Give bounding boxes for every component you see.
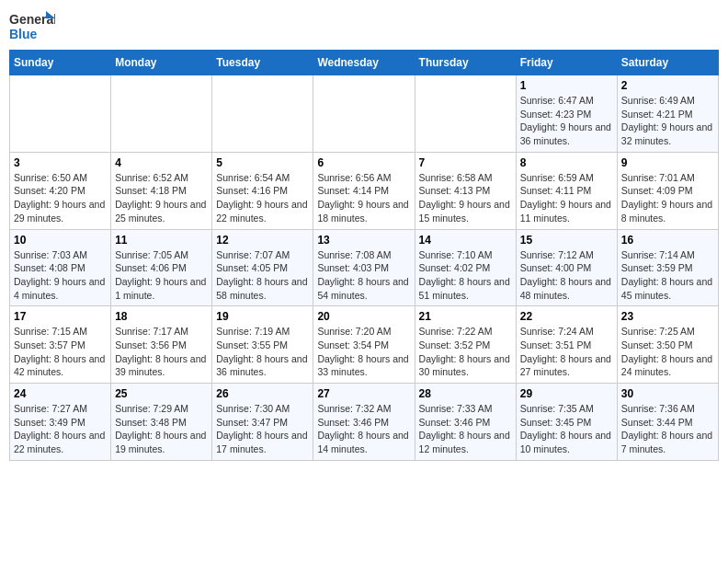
day-cell: 8Sunrise: 6:59 AM Sunset: 4:11 PM Daylig… [516, 152, 617, 229]
day-number: 14 [419, 234, 512, 247]
day-cell: 2Sunrise: 6:49 AM Sunset: 4:21 PM Daylig… [617, 75, 718, 153]
day-number: 13 [317, 234, 410, 247]
day-number: 6 [317, 156, 410, 169]
day-number: 11 [115, 234, 208, 247]
day-number: 18 [115, 310, 208, 323]
day-info: Sunrise: 7:17 AM Sunset: 3:56 PM Dayligh… [115, 325, 208, 379]
week-row-1: 3Sunrise: 6:50 AM Sunset: 4:20 PM Daylig… [10, 152, 719, 229]
day-info: Sunrise: 7:35 AM Sunset: 3:45 PM Dayligh… [520, 402, 613, 456]
day-cell: 14Sunrise: 7:10 AM Sunset: 4:02 PM Dayli… [415, 229, 516, 306]
day-cell [10, 75, 111, 153]
calendar-header-row: SundayMondayTuesdayWednesdayThursdayFrid… [10, 51, 719, 75]
day-number: 15 [520, 234, 613, 247]
day-number: 1 [520, 79, 613, 92]
day-cell [212, 75, 313, 153]
day-info: Sunrise: 7:10 AM Sunset: 4:02 PM Dayligh… [419, 248, 512, 303]
day-number: 2 [621, 79, 714, 92]
day-number: 22 [520, 310, 613, 323]
day-cell: 25Sunrise: 7:29 AM Sunset: 3:48 PM Dayli… [111, 384, 212, 461]
calendar: SundayMondayTuesdayWednesdayThursdayFrid… [9, 50, 719, 461]
day-number: 20 [317, 310, 410, 323]
day-cell: 27Sunrise: 7:32 AM Sunset: 3:46 PM Dayli… [313, 384, 415, 461]
day-cell: 9Sunrise: 7:01 AM Sunset: 4:09 PM Daylig… [617, 152, 718, 229]
day-info: Sunrise: 6:59 AM Sunset: 4:11 PM Dayligh… [520, 171, 613, 225]
header-tuesday: Tuesday [212, 51, 313, 75]
day-cell: 24Sunrise: 7:27 AM Sunset: 3:49 PM Dayli… [10, 384, 111, 461]
day-cell: 22Sunrise: 7:24 AM Sunset: 3:51 PM Dayli… [516, 306, 617, 384]
day-info: Sunrise: 7:19 AM Sunset: 3:55 PM Dayligh… [216, 325, 309, 379]
header-sunday: Sunday [10, 51, 111, 75]
day-info: Sunrise: 6:54 AM Sunset: 4:16 PM Dayligh… [216, 171, 309, 225]
day-info: Sunrise: 7:20 AM Sunset: 3:54 PM Dayligh… [317, 325, 410, 379]
day-info: Sunrise: 7:08 AM Sunset: 4:03 PM Dayligh… [317, 248, 410, 303]
day-cell: 21Sunrise: 7:22 AM Sunset: 3:52 PM Dayli… [415, 306, 516, 384]
day-number: 10 [14, 234, 107, 247]
day-cell: 20Sunrise: 7:20 AM Sunset: 3:54 PM Dayli… [313, 306, 415, 384]
day-info: Sunrise: 7:03 AM Sunset: 4:08 PM Dayligh… [14, 248, 107, 303]
day-info: Sunrise: 7:27 AM Sunset: 3:49 PM Dayligh… [14, 402, 107, 456]
day-number: 8 [520, 156, 613, 169]
day-info: Sunrise: 7:24 AM Sunset: 3:51 PM Dayligh… [520, 325, 613, 379]
week-row-0: 1Sunrise: 6:47 AM Sunset: 4:23 PM Daylig… [10, 75, 719, 153]
day-info: Sunrise: 7:25 AM Sunset: 3:50 PM Dayligh… [621, 325, 714, 379]
day-cell: 4Sunrise: 6:52 AM Sunset: 4:18 PM Daylig… [111, 152, 212, 229]
day-cell: 15Sunrise: 7:12 AM Sunset: 4:00 PM Dayli… [516, 229, 617, 306]
logo-svg: GeneralBlue [9, 9, 55, 42]
day-info: Sunrise: 7:36 AM Sunset: 3:44 PM Dayligh… [621, 402, 714, 456]
day-number: 12 [216, 234, 309, 247]
day-number: 23 [621, 310, 714, 323]
day-info: Sunrise: 7:32 AM Sunset: 3:46 PM Dayligh… [317, 402, 410, 456]
day-number: 25 [115, 387, 208, 400]
day-cell: 30Sunrise: 7:36 AM Sunset: 3:44 PM Dayli… [617, 384, 718, 461]
day-info: Sunrise: 7:15 AM Sunset: 3:57 PM Dayligh… [14, 325, 107, 379]
day-cell: 12Sunrise: 7:07 AM Sunset: 4:05 PM Dayli… [212, 229, 313, 306]
day-cell: 17Sunrise: 7:15 AM Sunset: 3:57 PM Dayli… [10, 306, 111, 384]
day-info: Sunrise: 7:07 AM Sunset: 4:05 PM Dayligh… [216, 248, 309, 303]
day-number: 24 [14, 387, 107, 400]
day-number: 4 [115, 156, 208, 169]
day-info: Sunrise: 6:56 AM Sunset: 4:14 PM Dayligh… [317, 171, 410, 225]
header-monday: Monday [111, 51, 212, 75]
week-row-4: 24Sunrise: 7:27 AM Sunset: 3:49 PM Dayli… [10, 384, 719, 461]
header: GeneralBlue [9, 9, 719, 42]
day-cell: 6Sunrise: 6:56 AM Sunset: 4:14 PM Daylig… [313, 152, 415, 229]
day-cell: 3Sunrise: 6:50 AM Sunset: 4:20 PM Daylig… [10, 152, 111, 229]
logo: GeneralBlue [9, 9, 55, 42]
day-number: 7 [419, 156, 512, 169]
day-number: 17 [14, 310, 107, 323]
day-info: Sunrise: 7:05 AM Sunset: 4:06 PM Dayligh… [115, 248, 208, 303]
header-thursday: Thursday [415, 51, 516, 75]
week-row-3: 17Sunrise: 7:15 AM Sunset: 3:57 PM Dayli… [10, 306, 719, 384]
svg-text:Blue: Blue [9, 27, 38, 41]
day-info: Sunrise: 7:12 AM Sunset: 4:00 PM Dayligh… [520, 248, 613, 303]
day-number: 5 [216, 156, 309, 169]
day-cell [111, 75, 212, 153]
day-cell: 23Sunrise: 7:25 AM Sunset: 3:50 PM Dayli… [617, 306, 718, 384]
day-number: 9 [621, 156, 714, 169]
day-cell: 28Sunrise: 7:33 AM Sunset: 3:46 PM Dayli… [415, 384, 516, 461]
day-info: Sunrise: 7:33 AM Sunset: 3:46 PM Dayligh… [419, 402, 512, 456]
day-cell: 7Sunrise: 6:58 AM Sunset: 4:13 PM Daylig… [415, 152, 516, 229]
day-number: 28 [419, 387, 512, 400]
day-number: 16 [621, 234, 714, 247]
day-cell [415, 75, 516, 153]
day-info: Sunrise: 6:47 AM Sunset: 4:23 PM Dayligh… [520, 94, 613, 148]
day-info: Sunrise: 7:22 AM Sunset: 3:52 PM Dayligh… [419, 325, 512, 379]
day-info: Sunrise: 7:29 AM Sunset: 3:48 PM Dayligh… [115, 402, 208, 456]
day-cell: 26Sunrise: 7:30 AM Sunset: 3:47 PM Dayli… [212, 384, 313, 461]
day-cell [313, 75, 415, 153]
day-cell: 10Sunrise: 7:03 AM Sunset: 4:08 PM Dayli… [10, 229, 111, 306]
day-info: Sunrise: 6:50 AM Sunset: 4:20 PM Dayligh… [14, 171, 107, 225]
day-number: 26 [216, 387, 309, 400]
day-info: Sunrise: 7:01 AM Sunset: 4:09 PM Dayligh… [621, 171, 714, 225]
day-cell: 13Sunrise: 7:08 AM Sunset: 4:03 PM Dayli… [313, 229, 415, 306]
day-info: Sunrise: 7:14 AM Sunset: 3:59 PM Dayligh… [621, 248, 714, 303]
day-number: 3 [14, 156, 107, 169]
day-cell: 18Sunrise: 7:17 AM Sunset: 3:56 PM Dayli… [111, 306, 212, 384]
day-info: Sunrise: 6:52 AM Sunset: 4:18 PM Dayligh… [115, 171, 208, 225]
header-wednesday: Wednesday [313, 51, 415, 75]
day-cell: 11Sunrise: 7:05 AM Sunset: 4:06 PM Dayli… [111, 229, 212, 306]
day-number: 27 [317, 387, 410, 400]
day-number: 29 [520, 387, 613, 400]
header-saturday: Saturday [617, 51, 718, 75]
